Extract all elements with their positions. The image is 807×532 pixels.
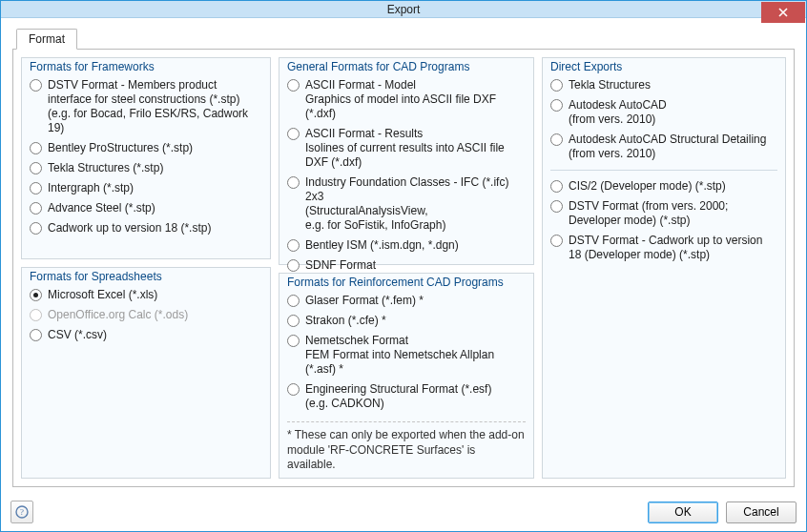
opt-nemetschek[interactable]: Nemetschek FormatFEM Format into Nemetsc… bbox=[287, 331, 526, 379]
opt-advance-steel[interactable]: Advance Steel (*.stp) bbox=[30, 198, 262, 218]
tab-format[interactable]: Format bbox=[16, 29, 77, 50]
opt-csv[interactable]: CSV (*.csv) bbox=[30, 325, 262, 345]
radio-icon bbox=[30, 222, 42, 235]
radio-icon bbox=[30, 289, 42, 301]
opt-autocad-sd[interactable]: Autodesk AutoCAD Structural Detailing (f… bbox=[550, 130, 777, 164]
opt-cadwork18[interactable]: Cadwork up to version 18 (*.stp) bbox=[30, 218, 262, 238]
opt-openoffice: OpenOffice.org Calc (*.ods) bbox=[30, 305, 262, 325]
separator bbox=[550, 170, 777, 171]
opt-ascii-results[interactable]: ASCII Format - ResultsIsolines of curren… bbox=[287, 124, 526, 173]
close-button[interactable] bbox=[761, 2, 805, 23]
group-title: General Formats for CAD Programs bbox=[285, 60, 471, 73]
group-direct-exports: Direct Exports Tekla Structures Autodesk… bbox=[542, 57, 786, 479]
group-title: Formats for Spreadsheets bbox=[28, 270, 164, 283]
svg-text:?: ? bbox=[20, 507, 24, 517]
group-frameworks: Formats for Frameworks DSTV Format - Mem… bbox=[21, 57, 271, 259]
titlebar: Export bbox=[1, 1, 806, 18]
radio-icon bbox=[287, 335, 300, 347]
group-title: Formats for Frameworks bbox=[28, 60, 156, 73]
radio-icon bbox=[30, 309, 42, 321]
radio-icon bbox=[550, 133, 563, 146]
opt-bentley-prostructures[interactable]: Bentley ProStructures (*.stp) bbox=[30, 138, 262, 158]
group-title: Formats for Reinforcement CAD Programs bbox=[285, 276, 506, 289]
opt-excel[interactable]: Microsoft Excel (*.xls) bbox=[30, 285, 262, 305]
opt-dstv-stp[interactable]: DSTV Format - Members product interface … bbox=[30, 75, 262, 138]
help-button[interactable]: ? bbox=[10, 501, 33, 523]
window-title: Export bbox=[1, 3, 806, 16]
cancel-button[interactable]: Cancel bbox=[726, 501, 797, 523]
radio-icon bbox=[30, 142, 42, 154]
opt-text: DSTV Format - Members product interface … bbox=[48, 78, 262, 135]
radio-icon bbox=[30, 329, 42, 341]
opt-tekla-stp[interactable]: Tekla Structures (*.stp) bbox=[30, 158, 262, 178]
radio-icon bbox=[30, 202, 42, 215]
dialog-body: Format Formats for Frameworks DSTV Forma… bbox=[1, 18, 806, 495]
radio-icon bbox=[30, 162, 42, 174]
radio-icon bbox=[550, 79, 563, 92]
opt-tekla-direct[interactable]: Tekla Structures bbox=[550, 75, 777, 95]
close-icon bbox=[777, 7, 789, 18]
opt-ascii-model[interactable]: ASCII Format - ModelGraphics of model in… bbox=[287, 75, 526, 124]
opt-cis2[interactable]: CIS/2 (Developer mode) (*.stp) bbox=[550, 176, 777, 196]
radio-icon bbox=[550, 99, 563, 112]
group-title: Direct Exports bbox=[548, 60, 624, 73]
radio-icon bbox=[287, 259, 300, 272]
opt-strakon[interactable]: Strakon (*.cfe) * bbox=[287, 311, 526, 331]
reinforcement-note: * These can only be exported when the ad… bbox=[287, 421, 526, 473]
group-reinforcement: Formats for Reinforcement CAD Programs G… bbox=[279, 273, 534, 479]
opt-esf[interactable]: Engineering Structural Format (*.esf)(e.… bbox=[287, 379, 526, 414]
radio-icon bbox=[287, 383, 300, 396]
columns: Formats for Frameworks DSTV Format - Mem… bbox=[21, 57, 786, 479]
radio-icon bbox=[287, 239, 300, 252]
opt-bentley-ism[interactable]: Bentley ISM (*.ism.dgn, *.dgn) bbox=[287, 235, 526, 256]
export-dialog: Export Format Formats for Frameworks DST… bbox=[0, 0, 807, 532]
radio-icon bbox=[287, 295, 300, 307]
dialog-footer: ? OK Cancel bbox=[1, 495, 806, 531]
column-left: Formats for Frameworks DSTV Format - Mem… bbox=[21, 57, 271, 479]
opt-dstv-dev[interactable]: DSTV Format (from vers. 2000; Developer … bbox=[550, 196, 777, 231]
help-icon: ? bbox=[15, 505, 29, 519]
radio-icon bbox=[30, 182, 42, 194]
column-middle: General Formats for CAD Programs ASCII F… bbox=[279, 57, 534, 479]
opt-ifc[interactable]: Industry Foundation Classes - IFC (*.ifc… bbox=[287, 173, 526, 235]
ok-button[interactable]: OK bbox=[648, 501, 718, 523]
radio-icon bbox=[550, 180, 563, 193]
radio-icon bbox=[287, 79, 300, 92]
radio-icon bbox=[287, 176, 300, 189]
radio-icon bbox=[550, 235, 563, 247]
radio-icon bbox=[30, 79, 42, 92]
group-cad: General Formats for CAD Programs ASCII F… bbox=[279, 57, 534, 265]
radio-icon bbox=[287, 315, 300, 327]
opt-intergraph[interactable]: Intergraph (*.stp) bbox=[30, 178, 262, 198]
opt-dstv-cadwork-dev[interactable]: DSTV Format - Cadwork up to version 18 (… bbox=[550, 231, 777, 265]
tabstrip: Format bbox=[12, 28, 795, 49]
opt-autocad[interactable]: Autodesk AutoCAD(from vers. 2010) bbox=[550, 95, 777, 130]
radio-icon bbox=[550, 200, 563, 213]
opt-glaser[interactable]: Glaser Format (*.fem) * bbox=[287, 291, 526, 311]
radio-icon bbox=[287, 128, 300, 140]
column-right: Direct Exports Tekla Structures Autodesk… bbox=[542, 57, 786, 479]
group-spreadsheets: Formats for Spreadsheets Microsoft Excel… bbox=[21, 267, 271, 479]
tabpage-format: Formats for Frameworks DSTV Format - Mem… bbox=[12, 49, 795, 487]
